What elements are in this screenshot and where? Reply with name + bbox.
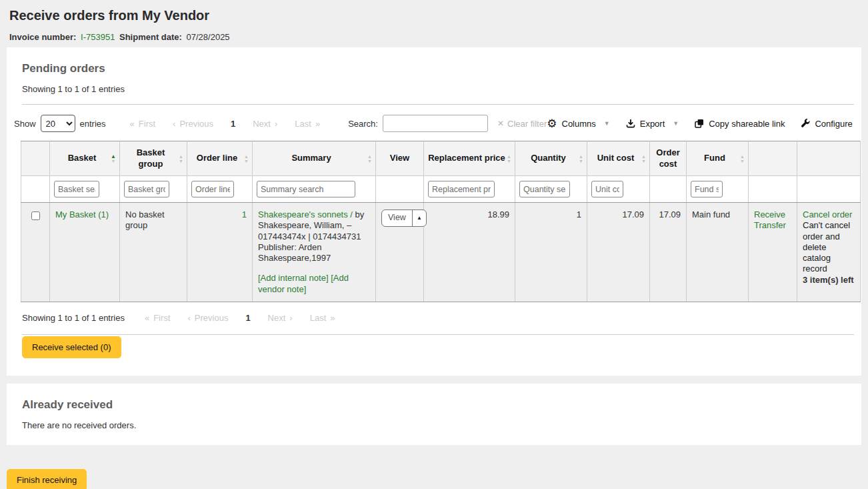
chevron-down-icon: ▼ — [604, 120, 610, 127]
order-line-link[interactable]: 1 — [242, 209, 247, 219]
table-controls: Show 20 entries «First ‹Previous 1 Next›… — [14, 115, 854, 132]
table-toolbar: ⚙ Columns ▼ Export ▼ Copy shareable link… — [547, 118, 859, 129]
pagination-next-button[interactable]: Next› — [268, 313, 293, 323]
header-fund-label: Fund — [704, 153, 725, 163]
header-actions — [749, 141, 797, 176]
receive-link[interactable]: Receive — [754, 209, 785, 219]
basket-cell: My Basket (1) — [50, 203, 120, 302]
cancel-order-link[interactable]: Cancel order — [803, 209, 852, 219]
filter-actions-cell — [749, 176, 797, 203]
view-cell: View ▲ — [376, 203, 424, 302]
pagination-next-label: Next — [253, 119, 271, 129]
header-unit-cost[interactable]: Unit cost▲▼ — [587, 141, 650, 176]
basket-link[interactable]: My Basket (1) — [55, 209, 109, 219]
cancel-note: Can't cancel order and delete catalog re… — [803, 220, 855, 274]
pagination-last-label: Last — [295, 119, 311, 129]
page-length-control: Show 20 entries — [14, 115, 106, 132]
sort-icon: ▲▼ — [367, 154, 372, 163]
pagination-next-label: Next — [268, 313, 286, 323]
header-fund[interactable]: Fund▲▼ — [687, 141, 749, 176]
receive-selected-button[interactable]: Receive selected (0) — [22, 336, 121, 358]
pagination-current-page[interactable]: 1 — [231, 119, 235, 129]
basket-group-filter-input[interactable] — [124, 181, 169, 197]
header-select — [21, 141, 50, 176]
table-filter-row — [21, 176, 861, 203]
quantity-cell: 1 — [515, 203, 587, 302]
table-header-row: Basket▲▼ Basket group▲▼ Order line▲▼ Sum… — [21, 141, 861, 176]
columns-button[interactable]: ⚙ Columns ▼ — [547, 118, 609, 129]
quantity-filter-input[interactable] — [519, 181, 570, 197]
already-received-heading: Already received — [22, 398, 854, 412]
pagination-previous-button[interactable]: ‹Previous — [187, 313, 228, 323]
unit-cost-filter-input[interactable] — [591, 181, 623, 197]
fund-filter-input[interactable] — [691, 181, 723, 197]
record-title-link[interactable]: Shakespeare's sonnets / — [258, 209, 353, 219]
transfer-link[interactable]: Transfer — [754, 220, 786, 230]
configure-button[interactable]: Configure — [801, 119, 852, 129]
export-button[interactable]: Export ▼ — [626, 119, 679, 129]
pagination-previous-button[interactable]: ‹Previous — [173, 119, 213, 129]
chevron-right-icon: › — [275, 119, 277, 129]
filter-select-cell — [21, 176, 50, 203]
select-row-checkbox[interactable] — [31, 211, 40, 220]
search-input[interactable] — [383, 115, 488, 132]
clear-filter-button[interactable]: ✕ Clear filter — [497, 119, 547, 129]
fund-cell: Main fund — [687, 203, 749, 302]
copy-shareable-link-button[interactable]: Copy shareable link — [695, 119, 785, 129]
sort-icon: ▲▼ — [244, 154, 249, 163]
invoice-number-link[interactable]: I-753951 — [81, 32, 115, 42]
configure-label: Configure — [815, 119, 852, 129]
pending-orders-panel: Pending orders Showing 1 to 1 of 1 entri… — [7, 47, 861, 376]
double-chevron-left-icon: « — [145, 313, 149, 323]
chevron-up-icon: ▲ — [412, 210, 426, 226]
filter-basket-cell — [50, 176, 120, 203]
filter-quantity-cell — [515, 176, 587, 203]
double-chevron-right-icon: » — [315, 119, 320, 129]
no-received-orders-message: There are no received orders. — [22, 420, 854, 430]
pagination-first-button[interactable]: «First — [130, 119, 156, 129]
sort-icon: ▲▼ — [111, 154, 116, 163]
pagination-last-button[interactable]: Last» — [310, 313, 335, 323]
pagination-last-label: Last — [310, 313, 327, 323]
pagination-top: «First ‹Previous 1 Next› Last» — [130, 119, 321, 129]
header-cancel — [797, 141, 861, 176]
entries-info-top: Showing 1 to 1 of 1 entries — [22, 84, 854, 94]
sort-icon: ▲▼ — [179, 154, 183, 163]
chevron-left-icon: ‹ — [173, 119, 175, 129]
replacement-price-cell: 18.99 — [424, 203, 515, 302]
header-order-line[interactable]: Order line▲▼ — [187, 141, 253, 176]
entries-label: entries — [80, 119, 106, 129]
copy-icon — [695, 119, 704, 128]
page-title: Receive orders from My Vendor — [9, 8, 859, 23]
header-basket-group[interactable]: Basket group▲▼ — [120, 141, 187, 176]
basket-group-cell: No basket group — [120, 203, 187, 302]
header-quantity[interactable]: Quantity▲▼ — [515, 141, 587, 176]
header-summary[interactable]: Summary▲▼ — [253, 141, 376, 176]
sort-icon: ▲▼ — [641, 154, 646, 163]
add-internal-note-link[interactable]: [Add internal note] — [258, 273, 329, 283]
summary-cell: Shakespeare's sonnets / by Shakespeare, … — [253, 203, 376, 302]
pagination-last-button[interactable]: Last» — [295, 119, 320, 129]
close-icon: ✕ — [497, 119, 504, 128]
replacement-price-filter-input[interactable] — [428, 181, 495, 197]
sort-icon: ▲▼ — [740, 154, 745, 163]
pagination-first-button[interactable]: «First — [145, 313, 171, 323]
order-line-filter-input[interactable] — [191, 181, 234, 197]
finish-receiving-button[interactable]: Finish receiving — [7, 469, 87, 489]
columns-label: Columns — [562, 119, 596, 129]
pagination-current-page[interactable]: 1 — [245, 313, 250, 323]
page-size-select[interactable]: 20 — [41, 115, 75, 132]
header-basket[interactable]: Basket▲▼ — [50, 141, 120, 176]
show-label: Show — [14, 119, 36, 129]
summary-filter-input[interactable] — [257, 181, 355, 197]
basket-filter-input[interactable] — [54, 181, 99, 197]
pagination-previous-label: Previous — [195, 313, 229, 323]
header-replacement-price-label: Replacement price — [428, 153, 505, 163]
header-view-label: View — [390, 153, 409, 163]
header-replacement-price[interactable]: Replacement price▲▼ — [424, 141, 515, 176]
filter-order-line-cell — [187, 176, 253, 203]
pagination-next-button[interactable]: Next› — [253, 119, 277, 129]
chevron-right-icon: › — [289, 313, 292, 323]
view-button[interactable]: View ▲ — [381, 209, 427, 227]
filter-view-cell — [376, 176, 424, 203]
